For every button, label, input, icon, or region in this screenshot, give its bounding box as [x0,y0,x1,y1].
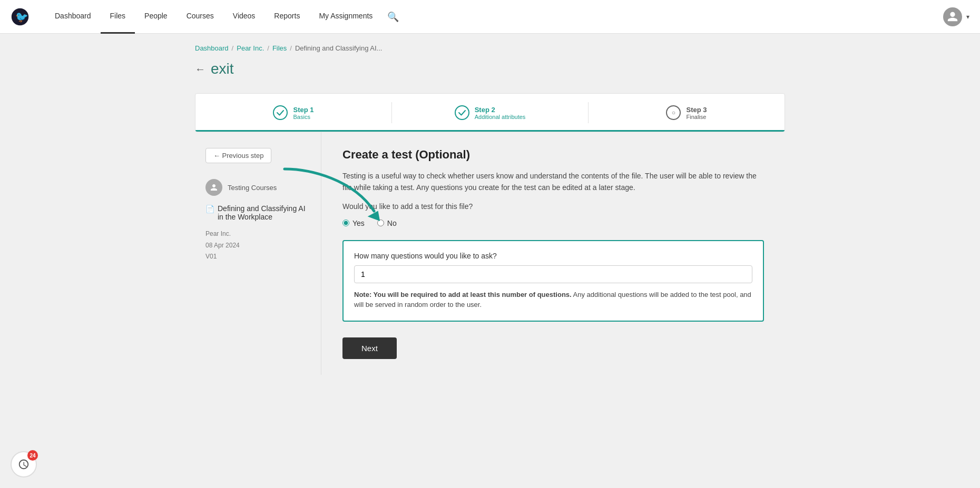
step-1[interactable]: Step 1 Basics [195,105,391,120]
breadcrumb-files[interactable]: Files [272,44,287,52]
nav-item-files[interactable]: Files [101,0,135,34]
radio-no-label[interactable]: No [377,219,397,227]
note-bold: Note: You will be required to add at lea… [354,291,572,298]
avatar[interactable] [943,7,962,26]
breadcrumb-sep-2: / [267,44,269,52]
owner-name: Testing Courses [228,184,277,192]
radio-no-input[interactable] [377,220,384,226]
test-question: Would you like to add a test for this fi… [342,202,764,211]
breadcrumb-company[interactable]: Pear Inc. [237,44,264,52]
navbar-right: ▾ [943,7,969,26]
two-col-layout: ← Previous step Testing Courses 📄 Defini… [195,132,785,375]
file-date: 08 Apr 2024 [205,240,310,252]
step-3-label: Step 3 [686,106,707,114]
breadcrumb-sep-3: / [290,44,292,52]
exit-label[interactable]: exit [211,61,234,77]
notification-badge[interactable]: 24 [11,451,37,477]
exit-back-icon[interactable]: ← [195,63,205,75]
radio-yes-input[interactable] [342,220,349,226]
file-title: 📄 Defining and Classifying AI in the Wor… [205,204,310,221]
nav-item-videos[interactable]: Videos [223,0,265,34]
note-text: Note: You will be required to add at lea… [354,290,752,310]
step-1-info: Step 1 Basics [293,106,313,120]
radio-yes-text: Yes [352,219,365,227]
step-3-icon: ○ [666,105,681,120]
breadcrumb-sep-1: / [232,44,234,52]
step-2-icon [455,105,469,120]
notification-count: 24 [27,450,38,461]
main-content: Dashboard / Pear Inc. / Files / Defining… [174,34,806,385]
radio-group: Yes No [342,219,764,227]
step-2-sublabel: Additional attributes [475,114,526,120]
step-3-info: Step 3 Finalise [686,106,707,120]
left-sidebar: ← Previous step Testing Courses 📄 Defini… [195,132,321,375]
file-owner: Testing Courses [205,179,310,196]
notification-circle[interactable]: 24 [11,451,37,477]
next-button[interactable]: Next [342,337,397,359]
file-doc-icon: 📄 [205,205,214,213]
nav-item-dashboard[interactable]: Dashboard [45,0,101,34]
step-1-icon [273,105,288,120]
steps-bar: Step 1 Basics Step 2 Additional attribut… [195,93,785,132]
nav-links: Dashboard Files People Courses Videos Re… [45,0,943,34]
breadcrumb-current: Defining and Classifying AI... [295,44,382,52]
section-title: Create a test (Optional) [342,148,764,162]
file-version: V01 [205,251,310,263]
exit-row: ← exit [195,61,785,77]
navbar: 🐦 Dashboard Files People Courses Videos … [0,0,980,34]
nav-item-people[interactable]: People [135,0,177,34]
nav-item-my-assignments[interactable]: My Assignments [309,0,382,34]
breadcrumb-dashboard[interactable]: Dashboard [195,44,229,52]
svg-text:🐦: 🐦 [15,11,28,23]
question-box-label: How many questions would you like to ask… [354,252,752,260]
question-box: How many questions would you like to ask… [342,240,764,322]
nav-item-courses[interactable]: Courses [177,0,223,34]
breadcrumb: Dashboard / Pear Inc. / Files / Defining… [195,44,785,52]
section-description: Testing is a useful way to check whether… [342,170,764,194]
step-2[interactable]: Step 2 Additional attributes [392,105,588,120]
prev-step-button[interactable]: ← Previous step [205,148,271,163]
radio-yes-label[interactable]: Yes [342,219,365,227]
step-3[interactable]: ○ Step 3 Finalise [589,105,785,120]
search-icon[interactable]: 🔍 [387,11,399,23]
owner-avatar [205,179,222,196]
step-3-sublabel: Finalise [686,114,707,120]
questions-count-input[interactable] [354,265,752,283]
radio-no-text: No [387,219,397,227]
step-1-sublabel: Basics [293,114,313,120]
app-logo[interactable]: 🐦 [11,7,30,26]
nav-item-reports[interactable]: Reports [264,0,309,34]
step-2-info: Step 2 Additional attributes [475,106,526,120]
file-meta: Pear Inc. 08 Apr 2024 V01 [205,228,310,263]
step-2-label: Step 2 [475,106,526,114]
file-company: Pear Inc. [205,228,310,240]
right-content: Create a test (Optional) Testing is a us… [321,132,785,375]
step-1-label: Step 1 [293,106,313,114]
avatar-chevron-icon[interactable]: ▾ [966,13,969,21]
